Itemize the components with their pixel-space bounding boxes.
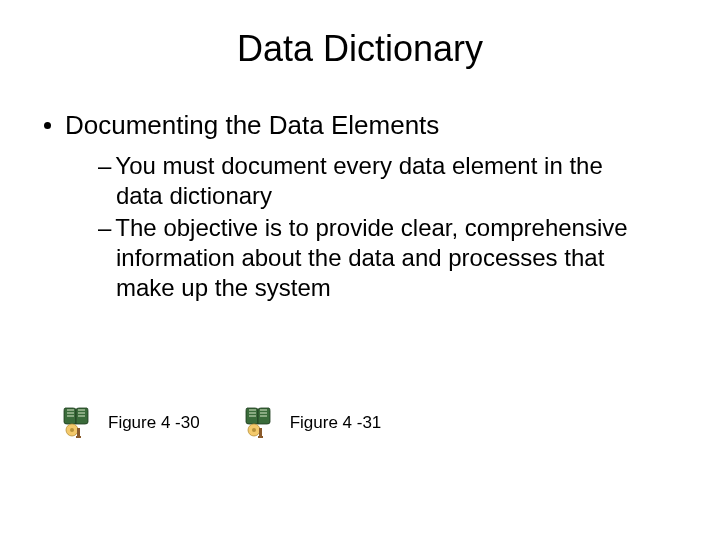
bullet-level2-text: You must document every data element in … [115, 152, 602, 209]
bullet-level2: –The objective is to provide clear, comp… [98, 213, 650, 303]
svg-point-1 [70, 428, 74, 432]
figure-label: Figure 4 -30 [108, 413, 200, 433]
svg-rect-3 [76, 436, 81, 438]
slide-title: Data Dictionary [40, 28, 680, 70]
bullet-level2: –You must document every data element in… [98, 151, 650, 211]
slide: Data Dictionary Documenting the Data Ele… [0, 0, 720, 303]
svg-rect-2 [77, 428, 80, 436]
svg-rect-6 [259, 428, 262, 436]
figure-row: Figure 4 -30 Figure 4 -31 [62, 406, 407, 440]
dash-icon: – [98, 214, 111, 241]
svg-rect-7 [258, 436, 263, 438]
dash-icon: – [98, 152, 111, 179]
bullet-level1: Documenting the Data Elements [44, 110, 680, 141]
figure-label: Figure 4 -31 [290, 413, 382, 433]
bullet-level1-text: Documenting the Data Elements [65, 110, 439, 141]
book-icon [244, 406, 272, 440]
sublist: –You must document every data element in… [98, 151, 650, 303]
bullet-dot-icon [44, 122, 51, 129]
svg-point-5 [252, 428, 256, 432]
bullet-level2-text: The objective is to provide clear, compr… [115, 214, 627, 301]
book-icon [62, 406, 90, 440]
